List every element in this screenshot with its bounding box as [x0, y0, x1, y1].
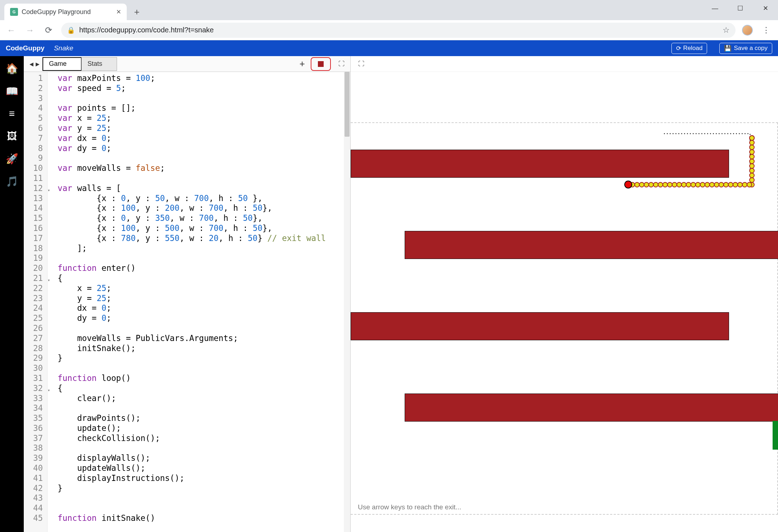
browser-titlebar: G CodeGuppy Playground × + — ☐ ✕: [0, 0, 778, 20]
wall-4: [405, 394, 778, 422]
editor-scrollbar[interactable]: [344, 72, 350, 532]
maximize-button[interactable]: ☐: [728, 0, 753, 17]
stop-icon: [318, 61, 324, 67]
save-copy-button[interactable]: 💾 Save a copy: [719, 43, 772, 54]
menu-icon[interactable]: ≡: [9, 108, 15, 119]
save-icon: 💾: [724, 45, 732, 52]
line-gutter: 1234567891011121314151617181920212223242…: [24, 72, 48, 532]
reload-button[interactable]: ⟳: [42, 24, 55, 36]
scrollbar-thumb[interactable]: [345, 72, 350, 137]
reload-icon: ⟳: [676, 45, 681, 52]
book-icon[interactable]: 📖: [6, 85, 18, 97]
tab-prev-icon[interactable]: ◀: [29, 60, 34, 68]
wall-1: [351, 150, 729, 178]
tab-game[interactable]: Game: [42, 57, 82, 71]
app-sidebar: 🏠 📖 ≡ 🖼 🚀 🎵: [0, 56, 24, 532]
profile-avatar[interactable]: [742, 25, 753, 36]
save-label: Save a copy: [734, 45, 768, 52]
code-editor[interactable]: 1234567891011121314151617181920212223242…: [24, 72, 350, 532]
instructions-text: Use arrow keys to reach the exit...: [358, 503, 461, 511]
close-tab-icon[interactable]: ×: [116, 7, 121, 17]
brand-label[interactable]: CodeGuppy: [6, 44, 45, 52]
url-text: https://codeguppy.com/code.html?t=snake: [79, 26, 214, 34]
browser-tab[interactable]: G CodeGuppy Playground ×: [4, 4, 127, 20]
new-tab-button[interactable]: +: [130, 5, 144, 19]
bookmark-icon[interactable]: ☆: [723, 26, 730, 35]
wall-2: [405, 231, 778, 259]
minimize-button[interactable]: —: [702, 0, 728, 17]
home-icon[interactable]: 🏠: [6, 63, 18, 74]
snake-head: [624, 181, 632, 188]
preview-toolbar: ⛶: [351, 56, 778, 72]
wall-3: [351, 312, 729, 340]
tab-stats[interactable]: Stats: [81, 57, 117, 71]
music-icon[interactable]: 🎵: [6, 176, 18, 187]
app-header: CodeGuppy Snake ⟳ Reload 💾 Save a copy: [0, 40, 778, 56]
favicon-icon: G: [10, 8, 18, 16]
tab-game-label: Game: [49, 60, 67, 68]
lock-icon: 🔒: [67, 26, 75, 34]
omnibox[interactable]: 🔒 https://codeguppy.com/code.html?t=snak…: [61, 23, 736, 38]
editor-tabbar: ◀ ▶ Game Stats + ⛶: [24, 56, 350, 72]
reload-project-button[interactable]: ⟳ Reload: [671, 43, 707, 54]
window-controls: — ☐ ✕: [702, 0, 778, 17]
tab-stats-label: Stats: [87, 60, 102, 68]
forward-button[interactable]: →: [24, 24, 36, 36]
editor-pane: ◀ ▶ Game Stats + ⛶ 123456789101112131415…: [24, 56, 351, 532]
back-button[interactable]: ←: [5, 24, 17, 36]
code-content[interactable]: var maxPoints = 100; var speed = 5; var …: [48, 72, 326, 532]
preview-pane: ⛶ Use arrow keys to reach the exit...: [351, 56, 778, 532]
add-tab-button[interactable]: +: [300, 58, 305, 69]
reload-label: Reload: [683, 45, 703, 52]
rocket-icon[interactable]: 🚀: [6, 153, 18, 165]
fullscreen-preview-icon[interactable]: ⛶: [356, 59, 366, 69]
image-icon[interactable]: 🖼: [7, 130, 17, 142]
tab-title: CodeGuppy Playground: [22, 8, 91, 16]
close-window-button[interactable]: ✕: [753, 0, 778, 17]
exit-wall: [773, 421, 778, 450]
fullscreen-editor-icon[interactable]: ⛶: [336, 59, 347, 69]
address-bar: ← → ⟳ 🔒 https://codeguppy.com/code.html?…: [0, 20, 778, 40]
stop-button[interactable]: [311, 57, 331, 71]
chrome-menu-icon[interactable]: ⋮: [759, 26, 773, 35]
project-name: Snake: [54, 44, 73, 52]
tab-next-icon[interactable]: ▶: [35, 60, 40, 68]
game-canvas[interactable]: Use arrow keys to reach the exit...: [351, 72, 778, 532]
